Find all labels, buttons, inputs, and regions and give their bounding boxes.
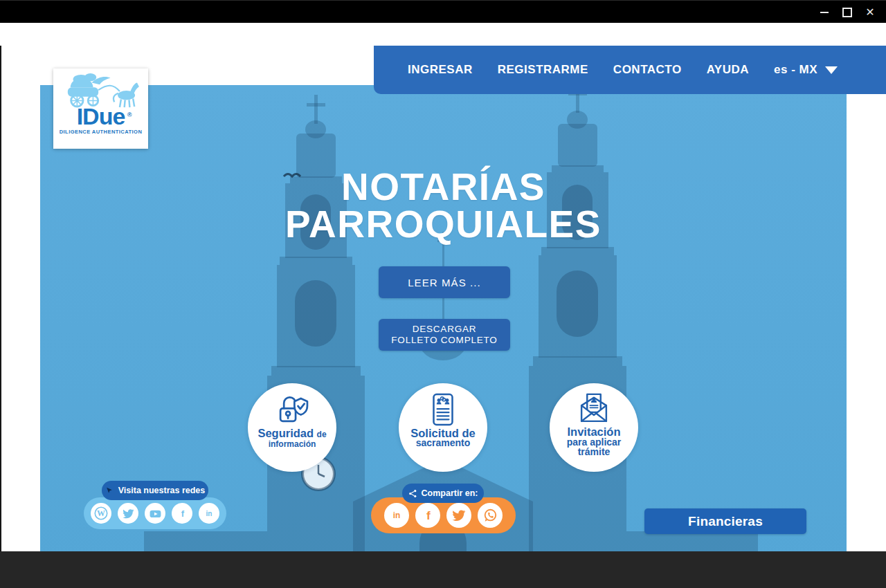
idue-logo[interactable]: IDue® DILIGENCE AUTHENTICATION [53,68,148,149]
chromeos-shelf: G 12:32 PM [0,551,886,588]
share-linkedin-icon[interactable]: in [384,503,409,528]
sacrament-document-icon [424,391,462,428]
logo-wordmark: IDue® [77,106,125,127]
wordpress-icon[interactable]: W [91,503,111,524]
share-label: Compartir en: [422,488,478,498]
minimize-icon [820,12,829,13]
svg-text:f: f [181,508,185,519]
feature-seguridad-informacion[interactable]: Seguridad de información [248,383,336,472]
close-icon: ✕ [865,7,874,18]
twitter-icon[interactable] [118,503,138,524]
feature-label: Seguridad de información [257,428,326,449]
page-content: INGRESAR REGISTRARME CONTACTO AYUDA es -… [0,23,886,551]
lock-shield-icon [273,391,311,428]
page-title: NOTARÍAS PARROQUIALES [40,168,847,243]
cursor-icon [105,486,114,495]
download-brochure-button[interactable]: DESCARGAR FOLLETO COMPLETO [379,319,510,351]
window-titlebar: ✕ [0,0,886,24]
feature-label: Solicitud de sacramento [410,428,476,448]
title-line-2: PARROQUIALES [40,205,847,243]
nav-ayuda[interactable]: AYUDA [707,63,749,77]
registered-mark: ® [127,104,132,125]
svg-text:in: in [206,510,213,517]
nav-registrarme[interactable]: REGISTRARME [498,63,588,77]
maximize-button[interactable] [835,1,859,24]
download-line-2: FOLLETO COMPLETO [391,335,497,346]
close-button[interactable]: ✕ [858,1,882,24]
nav-contacto[interactable]: CONTACTO [613,63,682,77]
youtube-icon[interactable] [145,503,165,524]
svg-text:in: in [393,511,401,520]
chromeos-window: ✕ [0,0,886,588]
read-more-button[interactable]: LEER MÁS ... [379,266,510,298]
share-twitter-icon[interactable] [446,503,471,528]
invitation-envelope-icon [576,391,612,427]
svg-text:W: W [97,508,105,518]
visit-networks-label: Visita nuestras redes [118,486,206,495]
social-links-bar: W f in [84,497,226,529]
minimize-button[interactable] [813,1,836,24]
share-facebook-icon[interactable]: f [415,503,440,528]
language-selector[interactable]: es - MX [774,63,838,77]
svg-text:f: f [426,508,431,522]
share-badge: Compartir en: [402,484,484,503]
visit-networks-badge: Visita nuestras redes [102,481,208,500]
nav-ingresar[interactable]: INGRESAR [408,63,473,77]
feature-solicitud-sacramento[interactable]: Solicitud de sacramento [399,383,487,472]
feature-label: Invitación para aplicar trámite [567,427,622,457]
chevron-down-icon [825,66,838,74]
download-line-1: DESCARGAR [413,324,477,335]
language-label: es - MX [774,63,817,77]
top-navbar: INGRESAR REGISTRARME CONTACTO AYUDA es -… [374,46,886,94]
logo-tagline: DILIGENCE AUTHENTICATION [60,129,143,135]
title-line-1: NOTARÍAS [40,168,847,205]
financieras-button[interactable]: Financieras [644,508,806,534]
feature-invitacion-tramite[interactable]: Invitación para aplicar trámite [550,383,638,472]
share-icon [408,489,417,498]
share-whatsapp-icon[interactable] [478,503,503,528]
window-left-border [0,46,1,574]
linkedin-icon[interactable]: in [199,503,219,524]
maximize-icon [842,8,852,17]
facebook-icon[interactable]: f [172,503,192,524]
